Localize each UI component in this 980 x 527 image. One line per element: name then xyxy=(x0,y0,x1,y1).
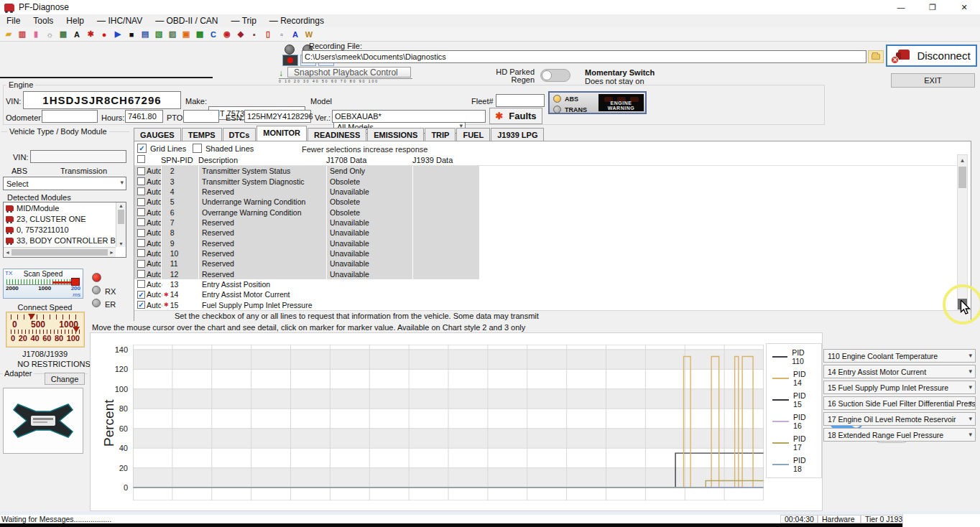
pid-select[interactable]: 110 Engine Coolant Temperature xyxy=(823,349,976,363)
tab[interactable]: READINESS xyxy=(308,128,366,141)
select-all-checkbox[interactable] xyxy=(137,155,145,163)
faults-button[interactable]: ✱ Faults xyxy=(489,108,542,124)
table-row[interactable]: Auto ✱9 Reserved Unavailable xyxy=(134,238,956,248)
menu-item[interactable]: — Recordings xyxy=(263,16,330,26)
exit-button[interactable]: EXIT xyxy=(891,73,975,88)
table-row[interactable]: Auto ✱8 Reserved Unavailable xyxy=(134,228,956,238)
tab[interactable]: TEMPS xyxy=(182,128,222,141)
table-row[interactable]: Auto ✱13 Entry Assist Position xyxy=(134,279,956,289)
tab[interactable]: FUEL xyxy=(456,128,490,141)
close-button[interactable]: ✕ xyxy=(948,0,980,14)
toolbar-icon[interactable]: W xyxy=(303,29,315,39)
grid-lines-check[interactable] xyxy=(137,144,147,153)
playback-knob-1[interactable] xyxy=(285,45,295,55)
sidebar-vin-input[interactable] xyxy=(30,150,126,163)
toolbar-icon[interactable]: ▯ xyxy=(262,29,274,39)
module-list-item[interactable]: MID/Module xyxy=(4,202,116,213)
table-row[interactable]: Auto ✱12 Reserved Unavailable xyxy=(134,269,956,279)
toolbar-icon[interactable]: ▮ xyxy=(30,29,42,39)
chart-plot[interactable] xyxy=(133,345,764,500)
toolbar-icon[interactable]: ☼ xyxy=(44,29,55,39)
toolbar-icon[interactable]: ▧ xyxy=(153,29,165,39)
toolbar-icon[interactable]: A xyxy=(71,29,83,39)
odometer-input[interactable] xyxy=(42,110,98,123)
shaded-lines-checkbox[interactable]: Shaded Lines xyxy=(193,144,254,153)
toolbar-icon[interactable]: ■ xyxy=(126,29,137,39)
modules-vscrollbar[interactable]: ▲▼ xyxy=(116,202,126,247)
change-adapter-button[interactable]: Change xyxy=(45,373,85,385)
menu-item[interactable]: — IHC/NAV xyxy=(91,16,149,26)
tab[interactable]: J1939 LPG xyxy=(491,128,544,141)
toolbar-icon[interactable]: ✱ xyxy=(85,29,96,39)
menu-item[interactable]: Help xyxy=(60,16,91,26)
shaded-lines-check[interactable] xyxy=(193,144,202,153)
column-spn-pid[interactable]: SPN-PID xyxy=(161,156,198,164)
pid-select[interactable]: 15 Fuel Supply Pump Inlet Pressure xyxy=(823,381,976,394)
scroll-up-button[interactable]: ▲ xyxy=(958,155,967,166)
vehicle-type-select[interactable]: Select xyxy=(3,177,126,190)
toolbar-icon[interactable]: ▪ xyxy=(249,29,260,39)
module-list-item[interactable]: 0, 7573211010 xyxy=(4,224,116,235)
ver-input[interactable]: OEBXAUAB* xyxy=(332,110,486,123)
toolbar-icon[interactable]: ◆ xyxy=(235,29,246,39)
pid-select[interactable]: 18 Extended Range Fuel Pressure xyxy=(823,428,976,442)
toolbar-icon[interactable]: ▦ xyxy=(57,29,69,39)
toolbar-icon[interactable]: ▶ xyxy=(112,29,124,39)
table-row[interactable]: Auto ✱5 Underrange Warning Condition Obs… xyxy=(134,197,956,207)
scan-speed-handle[interactable] xyxy=(71,278,80,286)
menu-bar: FileToolsHelp— IHC/NAV— OBD-II / CAN— Tr… xyxy=(0,14,980,27)
disconnect-button[interactable]: ✕ Disconnect xyxy=(886,45,977,67)
toolbar-icon[interactable]: ▫ xyxy=(276,29,287,39)
table-row[interactable]: Auto ✱6 Overrange Warning Condition Obso… xyxy=(134,207,956,217)
tab[interactable]: MONITOR xyxy=(256,126,307,141)
pto-input[interactable] xyxy=(183,110,219,123)
menu-item[interactable]: Tools xyxy=(27,16,60,26)
pid-select[interactable]: 16 Suction Side Fuel Filter Differential… xyxy=(823,396,976,410)
tab[interactable]: GAUGES xyxy=(134,128,181,141)
tab[interactable]: DTCs xyxy=(223,128,256,141)
pid-select[interactable]: 17 Engine Oil Level Remote Reservoir xyxy=(823,412,976,426)
toolbar-icon[interactable]: ▣ xyxy=(180,29,192,39)
module-list-item[interactable]: 33, BODY CONTROLLER BCM xyxy=(4,235,116,246)
table-row[interactable]: Auto ✱11 Reserved Unavailable xyxy=(134,258,956,269)
browse-folder-button[interactable] xyxy=(868,50,884,63)
toolbar-icon[interactable]: ● xyxy=(98,29,110,39)
toolbar-icon[interactable]: ▨ xyxy=(167,29,178,39)
hours-input[interactable]: 7461.80 xyxy=(125,110,163,123)
maximize-button[interactable]: ❐ xyxy=(917,0,948,14)
toolbar-icon[interactable]: C xyxy=(208,29,219,39)
column-j1939[interactable]: J1939 Data xyxy=(412,156,479,164)
menu-item[interactable]: File xyxy=(0,16,27,26)
tab[interactable]: EMISSIONS xyxy=(367,128,424,141)
modules-hscrollbar[interactable]: ◄► xyxy=(4,247,116,257)
minimize-button[interactable]: — xyxy=(885,0,917,14)
column-j1708[interactable]: J1708 Data xyxy=(326,156,412,164)
scroll-thumb[interactable] xyxy=(958,167,966,188)
scan-speed-slider[interactable] xyxy=(6,279,80,285)
column-description[interactable]: Description xyxy=(198,156,326,164)
table-row[interactable]: Auto ✱2 Transmitter System Status Send O… xyxy=(134,166,956,176)
grid-lines-checkbox[interactable]: Grid Lines xyxy=(137,144,186,153)
pid-select[interactable]: 14 Entry Assist Motor Current xyxy=(823,365,976,378)
toolbar-icon[interactable]: A xyxy=(290,29,301,39)
table-row[interactable]: Auto ✱15 Fuel Supply Pump Inlet Pressure xyxy=(134,299,956,309)
tab[interactable]: TRIP xyxy=(425,128,456,141)
table-row[interactable]: Auto ✱4 Reserved Unavailable xyxy=(134,187,956,197)
toolbar-icon[interactable]: ▤ xyxy=(139,29,151,39)
table-row[interactable]: Auto ✱7 Reserved Unavailable xyxy=(134,218,956,228)
toolbar-icon[interactable]: ◉ xyxy=(221,29,233,39)
table-row[interactable]: Auto ✱10 Reserved Unavailable xyxy=(134,248,956,258)
toolbar-icon[interactable]: ▩ xyxy=(194,29,205,39)
menu-item[interactable]: — Trip xyxy=(225,16,263,26)
menu-item[interactable]: — OBD-II / CAN xyxy=(149,16,224,26)
snapshot-playback-control[interactable]: Snapshot Playback Control xyxy=(287,67,411,78)
snapshot-record-button[interactable] xyxy=(282,55,298,66)
esn-input[interactable]: 125HM2Y4128296 xyxy=(244,110,311,123)
table-row[interactable]: Auto ✱3 Transmitter System Diagnostic Ob… xyxy=(134,176,956,186)
toolbar-icon[interactable]: ▥ xyxy=(17,29,28,39)
toolbar-icon[interactable]: ▰ xyxy=(3,29,14,39)
fleet-input[interactable] xyxy=(496,94,545,107)
recording-file-input[interactable]: C:\Users\smeek\Documents\Diagnostics xyxy=(302,50,866,63)
table-row[interactable]: Auto ✱14 Entry Assist Motor Current xyxy=(134,289,956,299)
module-list-item[interactable]: 23, CLUSTER ONE xyxy=(4,213,116,224)
